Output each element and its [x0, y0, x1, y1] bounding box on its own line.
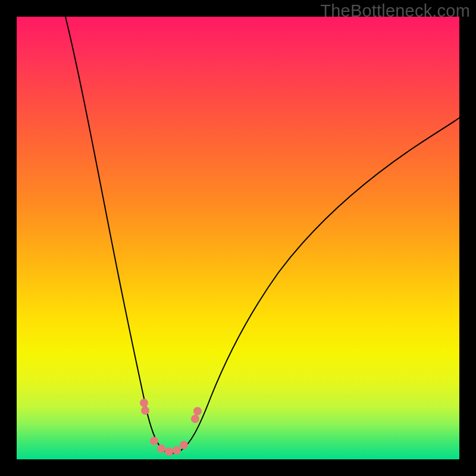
- chart-frame: TheBottleneck.com: [0, 0, 476, 476]
- bottleneck-curve-svg: [17, 17, 459, 459]
- plot-area: [17, 17, 459, 459]
- marker-bottom-2: [157, 444, 165, 453]
- marker-right-upper: [193, 407, 202, 415]
- marker-left-lower: [141, 406, 149, 415]
- marker-left-upper: [140, 399, 148, 407]
- marker-bottom-4: [173, 446, 181, 455]
- marker-right-lower: [191, 415, 199, 423]
- marker-bottom-5: [180, 441, 188, 449]
- bottleneck-curve: [65, 17, 459, 453]
- watermark-text: TheBottleneck.com: [320, 1, 470, 21]
- marker-bottom-3: [165, 447, 173, 456]
- marker-bottom-1: [150, 437, 158, 445]
